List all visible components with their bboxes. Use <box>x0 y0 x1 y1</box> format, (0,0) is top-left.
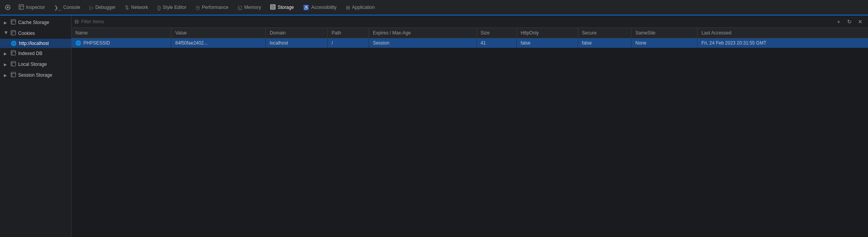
col-size[interactable]: Size <box>477 28 517 38</box>
cookies-label: Cookies <box>18 31 35 36</box>
cell-samesite: None <box>631 38 697 48</box>
filter-input[interactable] <box>81 19 832 24</box>
col-secure[interactable]: Secure <box>578 28 631 38</box>
storage-icon <box>270 4 276 11</box>
tab-application-label: Application <box>352 5 375 10</box>
tab-console[interactable]: ❯_ Console <box>49 0 85 15</box>
chevron-down-icon: ▶ <box>4 31 9 36</box>
cookies-table: Name Value Domain Path Expires / Max-Age… <box>71 28 868 48</box>
sidebar-item-session-storage[interactable]: ▶ Session Storage <box>0 70 71 81</box>
col-value[interactable]: Value <box>171 28 266 38</box>
tab-network[interactable]: ⇅ Network <box>120 0 153 15</box>
cell-secure: false <box>578 38 631 48</box>
tab-network-label: Network <box>131 5 148 10</box>
tab-storage-label: Storage <box>277 5 294 10</box>
tab-debugger[interactable]: ▷ Debugger <box>85 0 121 15</box>
sidebar-item-cookies[interactable]: ▶ Cookies <box>0 28 71 39</box>
cell-httponly: false <box>517 38 578 48</box>
tab-performance[interactable]: ◷ Performance <box>191 0 233 15</box>
application-icon: ⊞ <box>346 5 350 10</box>
svg-rect-1 <box>19 5 24 9</box>
cell-path: / <box>327 38 369 48</box>
table-header-row: Name Value Domain Path Expires / Max-Age… <box>71 28 868 38</box>
close-button[interactable]: ✕ <box>856 17 865 26</box>
cache-storage-label: Cache Storage <box>18 20 49 25</box>
chevron-right-icon-3: ▶ <box>4 62 9 67</box>
cell-expires: Session <box>369 38 477 48</box>
tab-style-editor[interactable]: {} Style Editor <box>153 0 191 15</box>
tab-performance-label: Performance <box>202 5 228 10</box>
session-storage-icon <box>11 72 16 78</box>
memory-icon: ◱ <box>238 5 242 10</box>
cell-last-accessed: Fri, 24 Feb 2023 20:31:55 GMT <box>697 38 868 48</box>
indexed-db-label: Indexed DB <box>18 51 43 56</box>
top-nav: Inspector ❯_ Console ▷ Debugger ⇅ Networ… <box>0 0 868 15</box>
cell-domain: localhost <box>266 38 327 48</box>
toolbar-right: + ↻ ✕ <box>834 17 865 26</box>
local-storage-icon <box>11 61 16 67</box>
content-area: ⊟ + ↻ ✕ Name Value <box>71 15 868 237</box>
cookies-icon <box>11 30 16 36</box>
tab-style-editor-label: Style Editor <box>163 5 186 10</box>
refresh-button[interactable]: ↻ <box>845 17 854 26</box>
sidebar-item-localhost[interactable]: 🌐 http://localhost <box>0 39 71 48</box>
globe-icon: 🌐 <box>11 41 17 46</box>
debugger-icon: ▷ <box>90 5 94 10</box>
sidebar-item-indexed-db[interactable]: ▶ Indexed DB <box>0 48 71 59</box>
chevron-right-icon-2: ▶ <box>4 52 9 56</box>
add-button[interactable]: + <box>834 17 843 26</box>
devtools-icon-btn[interactable] <box>2 1 14 14</box>
tab-inspector-label: Inspector <box>26 5 45 10</box>
svg-rect-5 <box>11 51 16 55</box>
localhost-label: http://localhost <box>19 41 49 46</box>
col-path[interactable]: Path <box>327 28 369 38</box>
svg-rect-4 <box>11 31 16 35</box>
tab-debugger-label: Debugger <box>95 5 116 10</box>
svg-rect-7 <box>11 72 16 77</box>
session-storage-label: Session Storage <box>18 72 52 78</box>
svg-rect-6 <box>11 62 16 66</box>
content-toolbar: ⊟ + ↻ ✕ <box>71 15 868 28</box>
performance-icon: ◷ <box>196 5 200 10</box>
cell-name: 🌐 PHPSESSID <box>71 38 171 48</box>
sidebar-item-cache-storage[interactable]: ▶ Cache Storage <box>0 17 71 28</box>
tab-console-label: Console <box>63 5 80 10</box>
col-domain[interactable]: Domain <box>266 28 327 38</box>
tab-accessibility[interactable]: ♿ Accessibility <box>298 0 341 15</box>
filter-icon: ⊟ <box>75 19 79 24</box>
chevron-right-icon: ▶ <box>4 21 9 25</box>
style-editor-icon: {} <box>157 5 161 10</box>
cell-size: 41 <box>477 38 517 48</box>
svg-rect-3 <box>11 20 16 24</box>
col-name[interactable]: Name <box>71 28 171 38</box>
network-icon: ⇅ <box>125 5 129 10</box>
local-storage-label: Local Storage <box>18 62 47 67</box>
tab-memory-label: Memory <box>244 5 261 10</box>
inspector-icon <box>19 4 24 11</box>
col-httponly[interactable]: HttpOnly <box>517 28 578 38</box>
main-area: ▶ Cache Storage ▶ Cookies 🌐 http://local… <box>0 15 868 237</box>
tab-storage[interactable]: Storage <box>266 0 298 15</box>
sidebar-item-local-storage[interactable]: ▶ Local Storage <box>0 59 71 70</box>
console-icon: ❯_ <box>54 5 61 10</box>
tab-memory[interactable]: ◱ Memory <box>233 0 266 15</box>
table-row[interactable]: 🌐 PHPSESSID 84f50fae2402... localhost / … <box>71 38 868 48</box>
accessibility-icon: ♿ <box>303 5 309 10</box>
row-globe-icon: 🌐 <box>75 40 81 46</box>
table-container: Name Value Domain Path Expires / Max-Age… <box>71 28 868 237</box>
sidebar: ▶ Cache Storage ▶ Cookies 🌐 http://local… <box>0 15 71 237</box>
cell-value: 84f50fae2402... <box>171 38 266 48</box>
col-samesite[interactable]: SameSite <box>631 28 697 38</box>
indexed-db-icon <box>11 50 16 57</box>
tab-inspector[interactable]: Inspector <box>14 0 49 15</box>
tab-accessibility-label: Accessibility <box>311 5 336 10</box>
col-last-accessed[interactable]: Last Accessed <box>697 28 868 38</box>
chevron-right-icon-4: ▶ <box>4 73 9 77</box>
col-expires[interactable]: Expires / Max-Age <box>369 28 477 38</box>
tab-application[interactable]: ⊞ Application <box>341 0 380 15</box>
cache-storage-icon <box>11 19 16 26</box>
